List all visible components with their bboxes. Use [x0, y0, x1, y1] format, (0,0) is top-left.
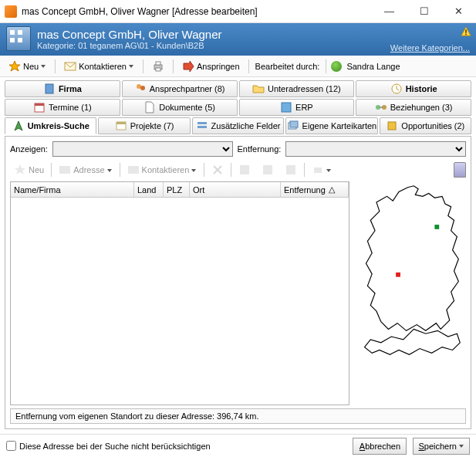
col-city[interactable]: Ort: [190, 182, 281, 197]
sub-action2-button[interactable]: [258, 161, 278, 178]
edited-by-user: Sandra Lange: [346, 62, 400, 71]
svg-marker-19: [15, 121, 22, 130]
card-icon: [59, 164, 71, 176]
svg-rect-14: [35, 103, 44, 106]
tab-history[interactable]: Historie: [356, 80, 471, 97]
table-body: [11, 198, 349, 405]
svg-rect-9: [46, 84, 53, 93]
distance-select[interactable]: [285, 141, 466, 157]
tab-relations[interactable]: Beziehungen (3): [356, 99, 471, 116]
star-icon: [14, 164, 26, 176]
tab-own-cards[interactable]: Eigene Karteikarten: [285, 117, 377, 134]
tab-subaddresses[interactable]: Unteradressen (12): [239, 80, 355, 97]
map-marker-origin: [396, 273, 400, 277]
star-icon: [8, 60, 21, 73]
contact-button[interactable]: Kontaktieren: [60, 58, 138, 75]
main-toolbar: Neu Kontaktieren Anspringen Bearbeitet d…: [0, 56, 476, 77]
cancel-button[interactable]: Abbrechen: [353, 438, 407, 455]
person-icon: [331, 61, 342, 72]
record-title: mas Concept GmbH, Oliver Wagner: [37, 28, 222, 41]
exclude-checkbox-label[interactable]: Diese Adresse bei der Suche nicht berück…: [6, 441, 211, 451]
map-marker-target: [434, 225, 439, 229]
envelope-icon: [127, 164, 140, 176]
svg-rect-6: [156, 62, 160, 65]
sub-contact-button[interactable]: Kontaktieren: [123, 161, 201, 178]
printer-icon: [312, 164, 324, 176]
jump-button[interactable]: Anspringen: [178, 58, 244, 75]
printer-icon: [152, 60, 164, 73]
svg-rect-35: [314, 168, 322, 173]
show-select[interactable]: [52, 141, 233, 157]
svg-marker-3: [9, 61, 20, 71]
tab-projects[interactable]: Projekte (7): [98, 117, 190, 134]
svg-marker-8: [184, 61, 194, 72]
radius-search-panel: Anzeigen: Entfernung: Neu Adresse Kontak…: [5, 136, 471, 429]
more-categories-link[interactable]: Weitere Kategorien...: [390, 43, 470, 52]
new-button[interactable]: Neu: [5, 58, 50, 75]
sub-action3-button[interactable]: [281, 161, 301, 178]
sub-address-button[interactable]: Adresse: [55, 161, 116, 178]
tab-contacts[interactable]: Ansprechpartner (8): [122, 80, 238, 97]
svg-rect-33: [263, 165, 272, 174]
svg-point-11: [140, 86, 145, 90]
distance-label: Entfernung:: [238, 144, 282, 154]
col-country[interactable]: Land: [134, 182, 164, 197]
tab-opportunities[interactable]: Opportunities (2): [380, 117, 471, 134]
svg-rect-29: [128, 166, 139, 174]
erp-icon: [280, 101, 292, 113]
tab-row-1: Firma Ansprechpartner (8) Unteradressen …: [5, 80, 471, 97]
tab-appointments[interactable]: Termine (1): [5, 99, 120, 116]
tab-firma[interactable]: Firma: [5, 80, 120, 97]
delete-icon: [211, 164, 224, 176]
map-view[interactable]: [354, 181, 466, 405]
app-icon: [5, 5, 17, 18]
contacts-icon: [134, 83, 147, 95]
svg-rect-25: [290, 121, 298, 127]
document-icon: [143, 101, 156, 113]
close-button[interactable]: ✕: [441, 0, 476, 22]
minimize-button[interactable]: —: [372, 0, 407, 22]
arrow-right-icon: [182, 60, 194, 73]
record-category: Kategorie: 01 teganem AG\01 - Kunden\B2B: [37, 41, 222, 50]
svg-rect-2: [465, 34, 467, 36]
show-label: Anzeigen:: [10, 144, 48, 154]
tab-extra-fields[interactable]: Zusätzliche Felder: [192, 117, 284, 134]
svg-rect-15: [282, 103, 291, 112]
window-title: mas Concept GmbH, Oliver Wagner [Adresse…: [22, 6, 372, 17]
titlebar: mas Concept GmbH, Oliver Wagner [Adresse…: [0, 0, 476, 23]
warning-icon: [461, 26, 471, 37]
calendar-icon: [33, 101, 46, 113]
sub-print-button[interactable]: [308, 161, 336, 178]
svg-rect-28: [59, 166, 70, 174]
folder-icon: [252, 83, 265, 95]
tab-radius-search[interactable]: Umkreis-Suche: [5, 117, 96, 134]
tab-row-2: Termine (1) Dokumente (5) ERP Beziehunge…: [5, 99, 471, 116]
tab-documents[interactable]: Dokumente (5): [122, 99, 238, 116]
sub-toolbar: Neu Adresse Kontaktieren: [10, 160, 466, 180]
sub-action1-button[interactable]: [235, 161, 255, 178]
exclude-checkbox[interactable]: [6, 441, 16, 451]
maximize-button[interactable]: ☐: [407, 0, 441, 22]
col-distance[interactable]: Entfernung△: [281, 182, 349, 197]
edited-by-label: Bearbeitet durch:: [254, 62, 322, 71]
tab-erp[interactable]: ERP: [239, 99, 355, 116]
fields-icon: [196, 120, 208, 132]
pin-handle[interactable]: [454, 162, 466, 178]
results-table: Name/Firma Land PLZ Ort Entfernung△: [10, 181, 349, 405]
clock-icon: [390, 83, 403, 95]
cards-icon: [287, 120, 299, 132]
table-header: Name/Firma Land PLZ Ort Entfernung△: [11, 182, 349, 198]
svg-rect-32: [240, 165, 249, 174]
projects-icon: [115, 120, 127, 132]
opportunity-icon: [386, 120, 398, 132]
save-button[interactable]: Speichern: [413, 438, 470, 455]
col-zip[interactable]: PLZ: [164, 182, 190, 197]
col-name[interactable]: Name/Firma: [11, 182, 134, 197]
svg-rect-1: [465, 29, 467, 32]
distance-status: Entfernung vom eigenen Standort zu diese…: [10, 408, 466, 424]
sub-delete-button[interactable]: [208, 161, 228, 178]
record-header: mas Concept GmbH, Oliver Wagner Kategori…: [0, 23, 476, 56]
sub-new-button[interactable]: Neu: [10, 161, 48, 178]
svg-rect-34: [286, 165, 295, 174]
print-button[interactable]: [148, 58, 168, 75]
